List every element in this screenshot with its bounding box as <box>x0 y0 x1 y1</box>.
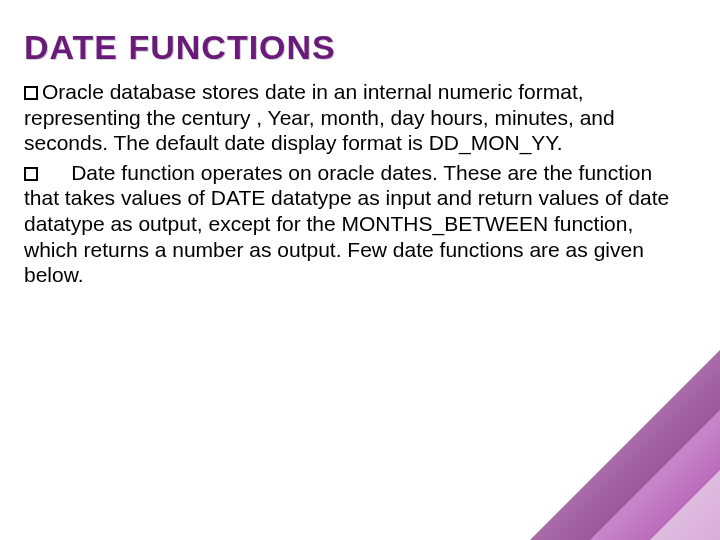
bullet-paragraph: Oracle database stores date in an intern… <box>24 79 676 156</box>
corner-decoration-icon <box>520 340 720 540</box>
slide-title: DATE FUNCTIONS <box>24 28 676 67</box>
bullet-text: Oracle database stores date in an intern… <box>24 80 615 154</box>
bullet-paragraph: Date function operates on oracle dates. … <box>24 160 676 288</box>
svg-marker-1 <box>590 410 720 540</box>
square-bullet-icon <box>24 86 38 100</box>
slide-body: Oracle database stores date in an intern… <box>24 79 676 288</box>
slide: DATE FUNCTIONS Oracle database stores da… <box>0 0 720 540</box>
svg-marker-0 <box>530 350 720 540</box>
svg-marker-2 <box>650 470 720 540</box>
square-bullet-icon <box>24 167 38 181</box>
bullet-text: Date function operates on oracle dates. … <box>24 161 669 286</box>
